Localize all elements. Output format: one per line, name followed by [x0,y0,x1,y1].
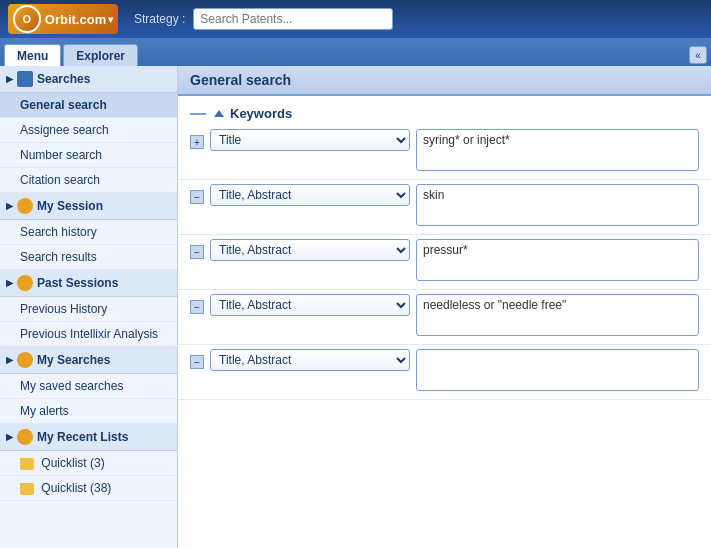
searches-label: Searches [37,72,90,86]
sidebar-item-previous-history[interactable]: Previous History [0,297,177,322]
expand-icon-2: − [194,192,200,203]
general-search-label: General search [20,98,107,112]
folder-icon-2 [20,483,34,495]
my-searches-arrow: ▶ [6,355,13,365]
sidebar-section-recent-lists[interactable]: ▶ My Recent Lists [0,424,177,451]
strategy-label: Strategy : [134,12,185,26]
keyword-row-4: − Title, Abstract Title Abstract Claims … [178,290,711,345]
keywords-arrow-up [214,110,224,117]
sidebar-item-search-history[interactable]: Search history [0,220,177,245]
recent-lists-icon [17,429,33,445]
expand-icon-4: − [194,302,200,313]
sidebar-item-quicklist-38[interactable]: Quicklist (38) [0,476,177,501]
main-layout: ▶ Searches General search Assignee searc… [0,66,711,548]
expand-btn-1[interactable]: + [190,135,204,149]
past-sessions-icon [17,275,33,291]
field-select-2[interactable]: Title, Abstract Title Abstract Claims Fu… [210,184,410,206]
menu-tab[interactable]: Menu [4,44,61,66]
number-search-label: Number search [20,148,102,162]
keyword-row-5: − Title, Abstract Title Abstract Claims … [178,345,711,400]
my-alerts-label: My alerts [20,404,69,418]
keyword-row-1: + Title Title, Abstract Abstract Claims … [178,125,711,180]
sidebar-item-assignee-search[interactable]: Assignee search [0,118,177,143]
my-recent-lists-label: My Recent Lists [37,430,128,444]
search-results-label: Search results [20,250,97,264]
sidebar-item-general-search[interactable]: General search [0,93,177,118]
sidebar-item-previous-intellixir[interactable]: Previous Intellixir Analysis [0,322,177,347]
keyword-input-2[interactable]: skin [416,184,699,226]
my-searches-label: My Searches [37,353,110,367]
session-arrow: ▶ [6,201,13,211]
keyword-input-4[interactable]: needleless or "needle free" [416,294,699,336]
tab-bar: Menu Explorer « [0,38,711,66]
quicklist-38-label: Quicklist (38) [41,481,111,495]
previous-intellixir-label: Previous Intellixir Analysis [20,327,158,341]
session-icon [17,198,33,214]
top-bar: O Orbit.com ▾ Strategy : [0,0,711,38]
field-select-4[interactable]: Title, Abstract Title Abstract Claims Fu… [210,294,410,316]
quicklist-3-label: Quicklist (3) [41,456,104,470]
sidebar-item-search-results[interactable]: Search results [0,245,177,270]
search-history-label: Search history [20,225,97,239]
sidebar-section-past-sessions[interactable]: ▶ Past Sessions [0,270,177,297]
my-searches-icon [17,352,33,368]
keyword-input-5[interactable] [416,349,699,391]
sidebar-item-my-alerts[interactable]: My alerts [0,399,177,424]
keyword-input-1[interactable]: syring* or inject* [416,129,699,171]
saved-searches-label: My saved searches [20,379,123,393]
past-sessions-label: Past Sessions [37,276,118,290]
content-header: General search [178,66,711,96]
sidebar-item-citation-search[interactable]: Citation search [0,168,177,193]
citation-search-label: Citation search [20,173,100,187]
expand-icon-3: − [194,247,200,258]
field-select-1[interactable]: Title Title, Abstract Abstract Claims Fu… [210,129,410,151]
explorer-tab[interactable]: Explorer [63,44,138,66]
expand-btn-5[interactable]: − [190,355,204,369]
searches-arrow: ▶ [6,74,13,84]
my-session-label: My Session [37,199,103,213]
past-arrow: ▶ [6,278,13,288]
logo[interactable]: O Orbit.com ▾ [8,4,118,34]
keyword-row-2: − Title, Abstract Title Abstract Claims … [178,180,711,235]
keywords-section: Keywords + Title Title, Abstract Abstrac… [178,96,711,406]
expand-btn-4[interactable]: − [190,300,204,314]
sidebar-item-number-search[interactable]: Number search [0,143,177,168]
keywords-label: Keywords [230,106,292,121]
strategy-input[interactable] [193,8,393,30]
expand-btn-3[interactable]: − [190,245,204,259]
sidebar-section-searches[interactable]: ▶ Searches [0,66,177,93]
expand-icon-1: + [194,137,200,148]
content-area: General search Keywords + Title Title, A… [178,66,711,548]
recent-lists-arrow: ▶ [6,432,13,442]
searches-icon [17,71,33,87]
collapse-line [190,113,206,115]
expand-btn-2[interactable]: − [190,190,204,204]
keyword-input-3[interactable]: pressur* [416,239,699,281]
logo-text: Orbit.com [45,12,106,27]
folder-icon-1 [20,458,34,470]
field-select-3[interactable]: Title, Abstract Title Abstract Claims Fu… [210,239,410,261]
sidebar-item-quicklist-3[interactable]: Quicklist (3) [0,451,177,476]
sidebar-section-my-searches[interactable]: ▶ My Searches [0,347,177,374]
assignee-search-label: Assignee search [20,123,109,137]
expand-icon-5: − [194,357,200,368]
logo-circle: O [13,5,41,33]
logo-arrow: ▾ [108,14,113,25]
previous-history-label: Previous History [20,302,107,316]
keywords-header[interactable]: Keywords [178,102,711,125]
field-select-5[interactable]: Title, Abstract Title Abstract Claims Fu… [210,349,410,371]
collapse-sidebar-button[interactable]: « [689,46,707,64]
page-title: General search [190,72,291,88]
keyword-row-3: − Title, Abstract Title Abstract Claims … [178,235,711,290]
sidebar-item-saved-searches[interactable]: My saved searches [0,374,177,399]
sidebar-section-my-session[interactable]: ▶ My Session [0,193,177,220]
sidebar: ▶ Searches General search Assignee searc… [0,66,178,548]
